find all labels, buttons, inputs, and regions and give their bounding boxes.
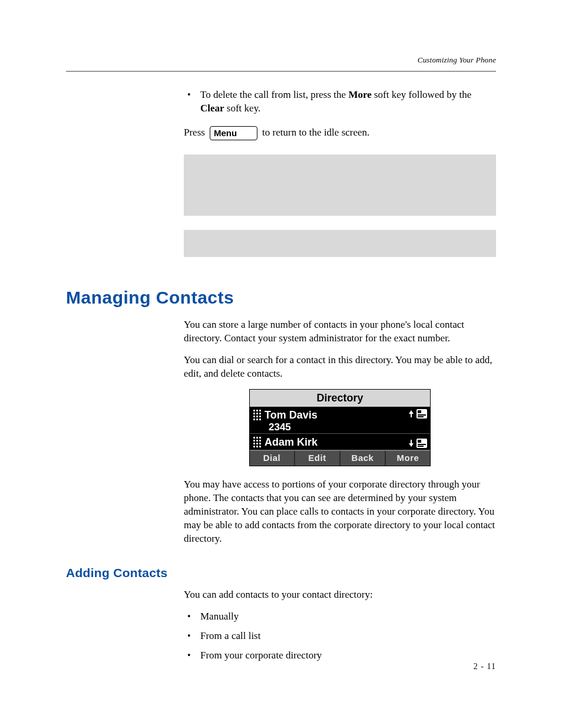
arrow-up-icon xyxy=(408,409,415,419)
heading-managing-contacts: Managing Contacts xyxy=(66,288,496,308)
directory-row: Tom Davis xyxy=(250,407,430,422)
card-icon xyxy=(416,409,428,419)
svg-rect-2 xyxy=(418,414,426,416)
text-suffix: soft key. xyxy=(224,103,261,114)
clear-softkey-name: Clear xyxy=(200,103,224,114)
text-prefix: To delete the call from list, press the xyxy=(200,89,348,100)
softkey-edit: Edit xyxy=(294,451,339,466)
menu-key-illustration: Menu xyxy=(210,126,257,140)
list-item-text: Manually xyxy=(200,611,239,622)
page-number: 2 - 11 xyxy=(474,662,496,671)
note-placeholder-box xyxy=(184,230,496,257)
header-rule xyxy=(66,71,496,72)
press-before-text: Press xyxy=(184,126,205,140)
softkey-back: Back xyxy=(339,451,385,466)
managing-intro-block: You can store a large number of contacts… xyxy=(184,318,496,546)
scroll-icons-column xyxy=(408,409,429,449)
svg-rect-6 xyxy=(418,444,426,445)
contact-number: 2345 xyxy=(250,422,430,433)
intro-indent-block: To delete the call from list, press the … xyxy=(184,88,496,257)
svg-rect-3 xyxy=(418,416,424,417)
heading-adding-contacts: Adding Contacts xyxy=(66,566,496,580)
scroll-up-group xyxy=(408,409,429,419)
more-softkey-name: More xyxy=(348,89,371,100)
paragraph: You can store a large number of contacts… xyxy=(184,318,496,345)
directory-list: Tom Davis 2345 Adam Kirk xyxy=(250,407,430,450)
add-methods-list: Manually From a call list From your corp… xyxy=(184,610,496,663)
softkey-row: Dial Edit Back More xyxy=(250,450,430,466)
content-column: To delete the call from list, press the … xyxy=(66,88,496,670)
paragraph: You can dial or search for a contact in … xyxy=(184,354,496,381)
svg-rect-5 xyxy=(418,440,421,443)
directory-title: Directory xyxy=(250,390,430,407)
press-after-text: to return to the idle screen. xyxy=(262,126,369,140)
page: Customizing Your Phone To delete the cal… xyxy=(0,0,562,728)
softkey-more: More xyxy=(385,451,430,466)
directory-illustration: Directory Tom Davis 2345 Adam Kirk xyxy=(249,389,431,467)
list-item: From a call list xyxy=(184,630,496,643)
press-menu-line: Press Menu to return to the idle screen. xyxy=(184,126,496,140)
keypad-icon xyxy=(253,410,261,420)
list-item-text: From your corporate directory xyxy=(200,650,322,661)
list-item-text: From a call list xyxy=(200,630,260,641)
list-item: From your corporate directory xyxy=(184,649,496,663)
svg-rect-1 xyxy=(418,410,421,413)
directory-row: Adam Kirk xyxy=(250,434,430,449)
svg-rect-7 xyxy=(418,446,424,447)
boxes-gap xyxy=(184,216,496,230)
keypad-icon xyxy=(253,437,261,447)
menu-key-label: Menu xyxy=(214,128,237,139)
paragraph: You can add contacts to your contact dir… xyxy=(184,588,496,602)
contact-name: Adam Kirk xyxy=(265,435,318,449)
row-separator xyxy=(250,433,430,434)
contact-name: Tom Davis xyxy=(265,408,318,422)
adding-intro-block: You can add contacts to your contact dir… xyxy=(184,588,496,663)
list-item: Manually xyxy=(184,610,496,624)
note-placeholder-box xyxy=(184,154,496,216)
delete-bullet-list: To delete the call from list, press the … xyxy=(184,88,496,116)
card-icon xyxy=(416,438,428,449)
delete-bullet-item: To delete the call from list, press the … xyxy=(184,88,496,116)
paragraph: You may have access to portions of your … xyxy=(184,478,496,546)
softkey-dial: Dial xyxy=(250,451,294,466)
scroll-down-group xyxy=(408,438,429,449)
text-mid: soft key followed by the xyxy=(372,89,472,100)
arrow-down-icon xyxy=(408,439,415,448)
running-header: Customizing Your Phone xyxy=(418,55,496,65)
